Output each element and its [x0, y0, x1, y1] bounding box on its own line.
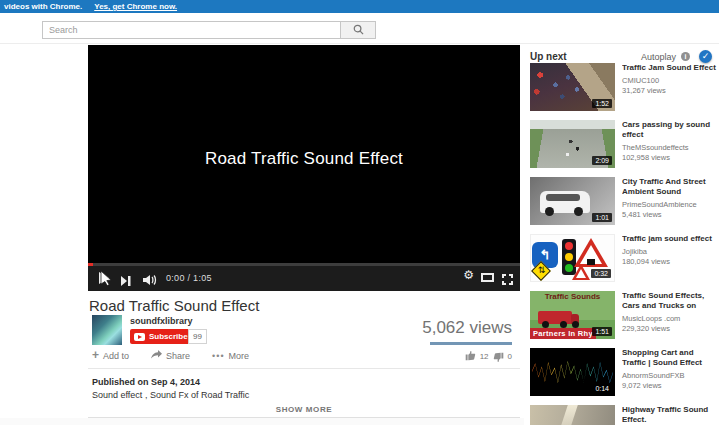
thumb-text-bottom: Partners In Rhy: [530, 328, 596, 339]
theater-mode-icon[interactable]: [481, 273, 494, 282]
suggested-views: 180,094 views: [622, 257, 719, 266]
video-screen[interactable]: Road Traffic Sound Effect: [88, 45, 520, 263]
suggested-channel: PrimeSoundAmbience: [622, 200, 719, 209]
duration-badge: 0:32: [591, 269, 611, 278]
share-button[interactable]: Share: [151, 350, 190, 361]
more-dots-icon: •••: [212, 351, 224, 361]
suv-graphic: [540, 191, 590, 213]
small-triangle-graphic: [572, 264, 590, 280]
share-label: Share: [166, 351, 190, 361]
more-button[interactable]: ••• More: [212, 350, 249, 361]
suggested-title[interactable]: Cars passing by sound effect: [622, 120, 719, 140]
dislike-count: 0: [508, 352, 512, 361]
youtube-watch-page: videos with Chrome. Yes, get Chrome now.…: [0, 0, 719, 425]
info-icon[interactable]: i: [681, 52, 690, 61]
more-label: More: [229, 351, 250, 361]
video-overlay-title: Road Traffic Sound Effect: [88, 149, 520, 169]
suggested-title[interactable]: Traffic jam sound effect: [622, 234, 719, 244]
suggested-video-7[interactable]: Highway Traffic Sound Effect. SOUND FX: [530, 405, 719, 425]
duration-badge: 0:14: [592, 384, 612, 393]
sentiment-bar: [430, 342, 512, 345]
thumb-up-icon[interactable]: [465, 350, 476, 363]
plus-icon: +: [92, 351, 99, 360]
suggested-videos-list: 1:52 Traffic Jam Sound Effect CMIUC100 3…: [530, 63, 719, 425]
duration-badge: 1:51: [592, 327, 612, 336]
subscribe-label: Subscribe: [149, 332, 188, 341]
video-title: Road Traffic Sound Effect: [89, 297, 259, 314]
chrome-promo-banner: videos with Chrome. Yes, get Chrome now.: [0, 0, 719, 13]
suggested-title[interactable]: Traffic Sound Effects, Cars and Trucks o…: [622, 291, 719, 311]
get-chrome-link[interactable]: Yes, get Chrome now.: [94, 2, 177, 11]
blue-sign-graphic: ↰: [532, 242, 558, 268]
header: [0, 13, 719, 44]
share-icon: [151, 350, 162, 361]
suggested-video-2[interactable]: 2:09 Cars passing by sound effect TheMSs…: [530, 120, 719, 168]
channel-avatar[interactable]: [92, 315, 122, 345]
suggested-thumbnail-waveform[interactable]: 0:14: [530, 348, 615, 396]
suggested-title[interactable]: Highway Traffic Sound Effect.: [622, 405, 719, 425]
channel-name[interactable]: soundfxlibrary: [130, 316, 193, 326]
suggested-title[interactable]: City Traffic And Street Ambient Sound Re…: [622, 177, 719, 197]
banner-text: videos with Chrome.: [4, 2, 82, 11]
video-player[interactable]: Road Traffic Sound Effect: [88, 45, 520, 291]
suggested-video-6[interactable]: 0:14 Shopping Cart and Traffic | Sound E…: [530, 348, 719, 396]
thumb-text-top: Traffic Sounds: [530, 292, 615, 301]
time-display: 0:00 / 1:05: [166, 273, 212, 283]
suggested-thumbnail-traffic-jam[interactable]: 1:52: [530, 63, 615, 111]
next-button[interactable]: [121, 272, 131, 290]
autoplay-label: Autoplay: [641, 52, 676, 62]
suggested-views: 229,320 views: [622, 324, 719, 333]
view-count: 5,062 views: [422, 318, 512, 338]
suggested-channel: Jojikiba: [622, 247, 719, 256]
up-next-label: Up next: [530, 51, 567, 62]
suggested-thumbnail-suv[interactable]: 1:01: [530, 177, 615, 225]
suggested-video-4[interactable]: ↰ ⇅ 0:32 Traffic jam sound effect Jojiki…: [530, 234, 719, 282]
suggested-channel: AbnormSoundFXB: [622, 371, 719, 380]
suggested-channel: MusicLoops .com: [622, 314, 719, 323]
search-input[interactable]: [42, 21, 340, 39]
thumb-down-icon[interactable]: [493, 350, 504, 363]
suggested-channel: TheMSsoundeffects: [622, 143, 719, 152]
add-to-button[interactable]: + Add to: [92, 350, 129, 361]
page-background-strip: [0, 418, 524, 425]
search-button[interactable]: [340, 21, 376, 39]
progress-played: [88, 263, 93, 266]
add-to-label: Add to: [103, 351, 129, 361]
suggested-title[interactable]: Shopping Cart and Traffic | Sound Effect: [622, 348, 719, 368]
up-next-header: Up next Autoplay i ✓: [530, 50, 716, 63]
truck-graphic: [538, 311, 572, 324]
fullscreen-icon[interactable]: [502, 271, 513, 289]
duration-badge: 2:09: [592, 156, 612, 165]
suggested-video-1[interactable]: 1:52 Traffic Jam Sound Effect CMIUC100 3…: [530, 63, 719, 111]
subscriber-count: 99: [188, 329, 207, 344]
waveform-graphic: [532, 361, 613, 383]
search-icon: [353, 23, 364, 38]
volume-icon[interactable]: [143, 272, 157, 290]
show-more-button[interactable]: SHOW MORE: [88, 405, 520, 414]
progress-bar[interactable]: [88, 263, 520, 266]
suggested-views: 9,072 views: [622, 381, 719, 390]
suggested-thumbnail-traffic-signs[interactable]: ↰ ⇅ 0:32: [530, 234, 615, 282]
suggested-thumbnail-cartoon-truck[interactable]: Traffic Sounds Partners In Rhy 1:51: [530, 291, 615, 339]
suggested-thumbnail-blurry-highway[interactable]: [530, 405, 615, 425]
suggested-video-5[interactable]: Traffic Sounds Partners In Rhy 1:51 Traf…: [530, 291, 719, 339]
autoplay-toggle[interactable]: ✓: [699, 50, 712, 63]
suggested-video-3[interactable]: 1:01 City Traffic And Street Ambient Sou…: [530, 177, 719, 225]
suggested-views: 31,267 views: [622, 86, 719, 95]
player-controls: 0:00 / 1:05 ⚙: [88, 263, 520, 291]
suggested-title[interactable]: Traffic Jam Sound Effect: [622, 63, 719, 73]
video-description: Sound effect , Sound Fx of Road Traffic: [92, 390, 249, 400]
like-dislike: 12 0: [465, 350, 512, 363]
like-count: 12: [480, 352, 489, 361]
settings-gear-icon[interactable]: ⚙: [463, 269, 474, 281]
youtube-play-icon: [134, 333, 145, 341]
suggested-thumbnail-highway[interactable]: 2:09: [530, 120, 615, 168]
action-bar: + Add to Share ••• More: [92, 350, 249, 361]
warning-triangle-graphic: [574, 238, 608, 267]
mouse-cursor: [100, 271, 112, 290]
published-date: Published on Sep 4, 2014: [92, 377, 200, 387]
subscribe-button[interactable]: Subscribe: [130, 329, 194, 344]
duration-badge: 1:01: [592, 213, 612, 222]
duration-badge: 1:52: [592, 99, 612, 108]
suggested-views: 5,481 views: [622, 210, 719, 219]
